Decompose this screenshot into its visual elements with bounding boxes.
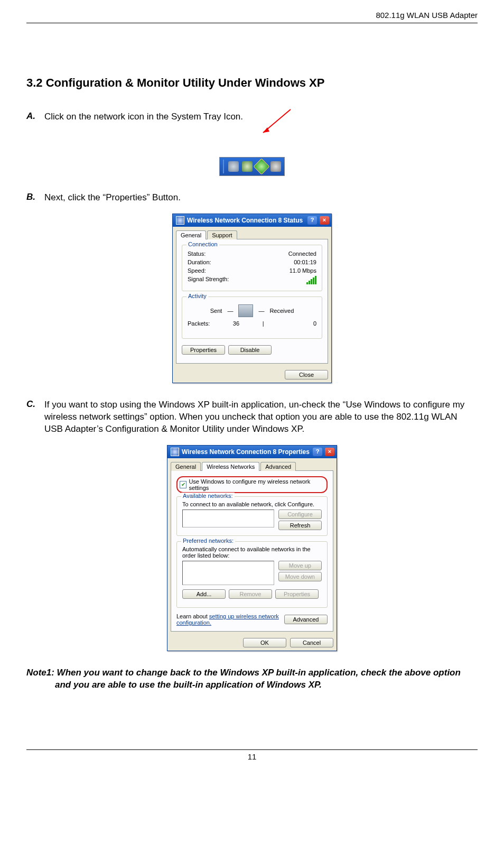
properties-button[interactable]: Properties [182, 345, 225, 355]
add-button[interactable]: Add... [182, 589, 226, 599]
activity-icon [238, 304, 253, 317]
val-speed: 11.0 Mbps [290, 267, 316, 274]
lbl-received: Received [269, 308, 294, 314]
signal-strength-icon [306, 276, 316, 284]
use-windows-label: Use Windows to configure my wireless net… [189, 478, 324, 491]
note1: Note1: When you want to change back to t… [26, 667, 478, 691]
page-number: 11 [26, 749, 478, 761]
help-button[interactable]: ? [307, 216, 317, 225]
step-c-label: C. [26, 399, 44, 436]
val-received: 0 [264, 320, 316, 327]
figure-properties-dialog: Wireless Network Connection 8 Properties… [26, 445, 478, 651]
status-title: Wireless Network Connection 8 Status [187, 217, 305, 224]
close-button[interactable]: × [320, 216, 329, 225]
tab-general[interactable]: General [176, 230, 206, 239]
tab-wireless-networks[interactable]: Wireless Networks [202, 462, 259, 471]
ok-button[interactable]: OK [243, 638, 286, 647]
disable-button[interactable]: Disable [228, 345, 272, 355]
help-button[interactable]: ? [313, 448, 322, 456]
status-dialog: Wireless Network Connection 8 Status ? ×… [172, 214, 332, 383]
step-b-label: B. [26, 192, 44, 204]
legend-preferred: Preferred networks: [181, 538, 235, 544]
tray-misc-icon[interactable] [270, 161, 281, 172]
svg-marker-1 [263, 127, 269, 133]
header-rule [26, 23, 478, 23]
wireless-icon [171, 448, 179, 456]
refresh-button[interactable]: Refresh [278, 521, 322, 530]
lbl-packets: Packets: [188, 320, 210, 327]
advanced-button[interactable]: Advanced [284, 615, 328, 624]
step-b: B. Next, click the “Properties” Button. [26, 192, 478, 204]
section-title: 3.2 Configuration & Monitor Utility Unde… [26, 76, 478, 90]
val-sent: 36 [210, 320, 262, 327]
lbl-duration: Duration: [188, 259, 211, 265]
movedown-button[interactable]: Move down [278, 572, 322, 581]
tray-network-icon[interactable] [253, 158, 269, 174]
wireless-icon [176, 216, 184, 225]
learn-text: Learn about [176, 613, 209, 619]
step-b-text: Next, click the “Properties” Button. [44, 192, 478, 204]
close-button[interactable]: × [325, 448, 334, 456]
preferred-hint: Automatically connect to available netwo… [182, 546, 322, 559]
group-activity: Activity Sent — — Received Packets: 36 [182, 297, 322, 339]
legend-activity: Activity [186, 293, 208, 299]
tray-monitor-icon[interactable] [228, 161, 239, 172]
tab-general[interactable]: General [171, 462, 201, 471]
available-networks-list[interactable] [182, 509, 274, 527]
close-dialog-button[interactable]: Close [285, 370, 328, 379]
lbl-signal: Signal Strength: [188, 276, 229, 284]
remove-button[interactable]: Remove [229, 589, 272, 599]
tray-plug-icon[interactable] [242, 161, 253, 172]
use-windows-checkbox[interactable]: ✔ [180, 481, 186, 488]
step-a-text: Click on the network icon in the System … [44, 111, 478, 123]
system-tray [219, 157, 285, 176]
tab-advanced[interactable]: Advanced [260, 462, 296, 471]
step-a-label: A. [26, 111, 44, 123]
tray-separator-icon [223, 160, 224, 173]
val-status: Connected [288, 251, 316, 257]
step-c: C. If you want to stop using the Windows… [26, 399, 478, 436]
lbl-status: Status: [188, 251, 206, 257]
legend-connection: Connection [186, 241, 219, 247]
properties-dialog: Wireless Network Connection 8 Properties… [167, 445, 337, 651]
step-a: A. Click on the network icon in the Syst… [26, 111, 478, 123]
group-connection: Connection Status:Connected Duration:00:… [182, 245, 322, 291]
val-duration: 00:01:19 [294, 259, 316, 265]
lbl-sent: Sent [210, 308, 222, 314]
moveup-button[interactable]: Move up [278, 561, 322, 570]
legend-available: Available networks: [181, 493, 235, 499]
group-preferred: Preferred networks: Automatically connec… [176, 541, 328, 608]
use-windows-checkbox-row: ✔ Use Windows to configure my wireless n… [176, 476, 328, 493]
group-available: Available networks: To connect to an ava… [176, 496, 328, 536]
props-title: Wireless Network Connection 8 Properties [182, 448, 310, 456]
cancel-button[interactable]: Cancel [290, 638, 333, 647]
page-header: 802.11g WLAN USB Adapter [26, 11, 478, 21]
tab-support[interactable]: Support [207, 230, 237, 239]
netprops-button[interactable]: Properties [275, 589, 319, 599]
configure-button[interactable]: Configure [278, 509, 322, 519]
status-titlebar: Wireless Network Connection 8 Status ? × [173, 214, 331, 227]
figure-systray [26, 133, 478, 176]
available-hint: To connect to an available network, clic… [182, 501, 322, 507]
preferred-networks-list[interactable] [182, 561, 274, 585]
step-c-text: If you want to stop using the Windows XP… [44, 399, 478, 436]
lbl-speed: Speed: [188, 267, 206, 274]
props-titlebar: Wireless Network Connection 8 Properties… [167, 446, 337, 458]
figure-status-dialog: Wireless Network Connection 8 Status ? ×… [26, 214, 478, 383]
